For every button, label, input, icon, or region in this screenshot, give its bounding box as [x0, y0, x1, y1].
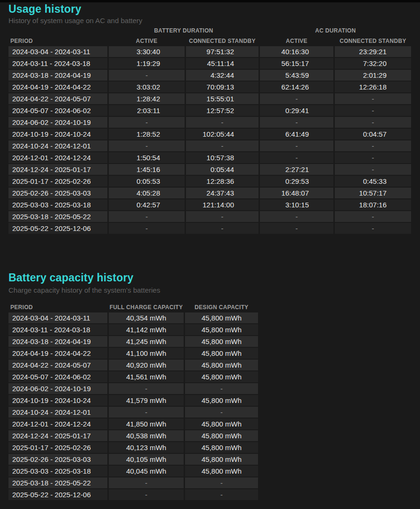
- period-cell: 2024-12-01 - 2024-12-24: [8, 419, 107, 429]
- value-cell: -: [260, 140, 333, 151]
- period-cell: 2024-12-01 - 2024-12-24: [8, 152, 107, 163]
- value-cell: 2:03:11: [109, 105, 185, 116]
- value-cell: 7:32:20: [335, 58, 411, 69]
- value-cell: 0:45:33: [335, 176, 411, 187]
- period-cell: 2025-03-18 - 2025-05-22: [8, 211, 107, 222]
- value-cell: -: [335, 152, 411, 163]
- value-cell: 3:03:02: [109, 82, 185, 92]
- value-cell: 4:32:44: [186, 70, 258, 81]
- period-cell: 2025-03-03 - 2025-03-18: [8, 466, 107, 476]
- value-cell: 41,850 mWh: [109, 419, 184, 429]
- value-cell: 0:29:41: [260, 105, 333, 116]
- value-cell: 12:26:18: [335, 82, 411, 92]
- value-cell: 12:28:36: [186, 176, 258, 187]
- value-cell: -: [109, 223, 185, 234]
- period-cell: 2025-01-17 - 2025-02-26: [8, 442, 107, 453]
- period-cell: 2024-06-02 - 2024-10-19: [8, 117, 107, 128]
- period-cell: 2025-03-18 - 2025-05-22: [8, 477, 107, 488]
- period-cell: 2024-04-19 - 2024-04-22: [8, 82, 107, 92]
- value-cell: -: [260, 117, 333, 128]
- value-cell: 102:05:44: [186, 129, 258, 140]
- period-cell: 2024-12-24 - 2025-01-17: [8, 164, 107, 175]
- value-cell: 40,105 mWh: [109, 454, 184, 465]
- value-cell: 41,561 mWh: [109, 371, 184, 382]
- value-cell: -: [109, 383, 184, 394]
- period-cell: 2025-02-26 - 2025-03-03: [8, 188, 107, 198]
- value-cell: 45:11:14: [186, 58, 258, 69]
- value-cell: 10:57:38: [186, 152, 258, 163]
- column-header-ac-connected-standby: CONNECTED STANDBY: [335, 38, 411, 44]
- value-cell: -: [186, 223, 258, 234]
- value-cell: 0:29:53: [260, 176, 333, 187]
- value-cell: 1:19:29: [109, 58, 185, 69]
- usage-history-title: Usage history: [8, 3, 81, 16]
- period-cell: 2025-05-22 - 2025-12-06: [8, 489, 107, 500]
- value-cell: 45,800 mWh: [185, 312, 258, 323]
- period-cell: 2024-03-04 - 2024-03-11: [8, 312, 107, 323]
- value-cell: 0:05:53: [109, 176, 185, 187]
- ac-duration-group-header: AC DURATION: [260, 27, 411, 34]
- value-cell: -: [109, 211, 185, 222]
- period-cell: 2024-03-04 - 2024-03-11: [8, 46, 107, 57]
- column-header-period: PERIOD: [10, 38, 33, 44]
- value-cell: 45,800 mWh: [185, 430, 258, 441]
- period-cell: 2024-04-22 - 2024-05-07: [8, 93, 107, 104]
- value-cell: 5:43:59: [260, 70, 333, 81]
- value-cell: 97:51:32: [186, 46, 258, 57]
- value-cell: -: [185, 383, 258, 394]
- value-cell: -: [335, 223, 411, 234]
- period-cell: 2024-12-24 - 2025-01-17: [8, 430, 107, 441]
- period-cell: 2025-02-26 - 2025-03-03: [8, 454, 107, 465]
- usage-group-header-row: BATTERY DURATION AC DURATION: [8, 27, 411, 35]
- usage-history-subtitle: History of system usage on AC and batter…: [8, 16, 142, 25]
- value-cell: 41,245 mWh: [109, 336, 184, 347]
- value-cell: 62:14:26: [260, 82, 333, 92]
- period-cell: 2024-04-22 - 2024-05-07: [8, 360, 107, 370]
- value-cell: -: [185, 407, 258, 418]
- column-header-ac-active: ACTIVE: [260, 38, 333, 44]
- column-header-full-charge-capacity: FULL CHARGE CAPACITY: [109, 304, 184, 311]
- value-cell: 1:50:54: [109, 152, 185, 163]
- value-cell: -: [109, 407, 184, 418]
- value-cell: -: [335, 117, 411, 128]
- value-cell: 45,800 mWh: [185, 336, 258, 347]
- value-cell: 45,800 mWh: [185, 324, 258, 335]
- period-cell: 2024-03-11 - 2024-03-18: [8, 324, 107, 335]
- period-cell: 2024-03-18 - 2024-04-19: [8, 70, 107, 81]
- value-cell: -: [109, 140, 185, 151]
- period-cell: 2024-10-19 - 2024-10-24: [8, 395, 107, 406]
- value-cell: -: [109, 117, 185, 128]
- value-cell: -: [260, 211, 333, 222]
- value-cell: -: [335, 105, 411, 116]
- value-cell: -: [335, 211, 411, 222]
- value-cell: 1:28:42: [109, 93, 185, 104]
- value-cell: -: [109, 70, 185, 81]
- value-cell: 0:42:57: [109, 199, 185, 210]
- value-cell: 3:30:40: [109, 46, 185, 57]
- period-cell: 2024-03-18 - 2024-04-19: [8, 336, 107, 347]
- value-cell: 40,354 mWh: [109, 312, 184, 323]
- value-cell: -: [335, 93, 411, 104]
- value-cell: 45,800 mWh: [185, 360, 258, 370]
- value-cell: 24:37:43: [186, 188, 258, 198]
- usage-history-table: 2024-03-04 - 2024-03-113:30:4097:51:3240…: [8, 46, 411, 234]
- period-cell: 2024-10-24 - 2024-12-01: [8, 140, 107, 151]
- value-cell: 45,800 mWh: [185, 466, 258, 476]
- period-cell: 2025-01-17 - 2025-02-26: [8, 176, 107, 187]
- battery-capacity-subtitle: Charge capacity history of the system's …: [8, 286, 160, 294]
- value-cell: -: [260, 93, 333, 104]
- value-cell: 12:57:52: [186, 105, 258, 116]
- value-cell: 23:29:21: [335, 46, 411, 57]
- value-cell: 121:14:00: [186, 199, 258, 210]
- value-cell: 40,123 mWh: [109, 442, 184, 453]
- value-cell: -: [186, 140, 258, 151]
- column-header-period: PERIOD: [10, 304, 33, 311]
- value-cell: 0:05:44: [186, 164, 258, 175]
- value-cell: 2:27:21: [260, 164, 333, 175]
- value-cell: 0:04:57: [335, 129, 411, 140]
- value-cell: -: [109, 477, 184, 488]
- period-cell: 2024-10-24 - 2024-12-01: [8, 407, 107, 418]
- value-cell: -: [260, 152, 333, 163]
- value-cell: 2:01:29: [335, 70, 411, 81]
- value-cell: 1:28:52: [109, 129, 185, 140]
